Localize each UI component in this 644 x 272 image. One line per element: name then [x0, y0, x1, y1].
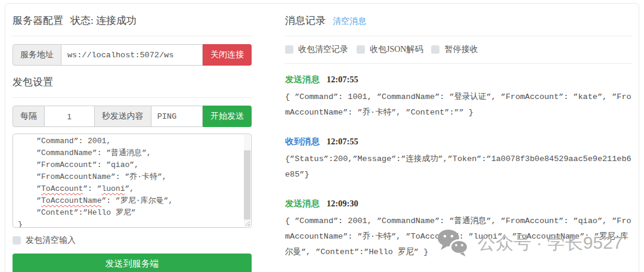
option-json-decode: 收包JSON解码: [357, 44, 423, 55]
clear-on-receive-label: 收包清空记录: [298, 44, 348, 55]
server-config-header: 服务器配置 状态: 连接成功: [13, 14, 252, 27]
interval-label: 每隔: [13, 106, 45, 127]
packet-textarea-content: ”Command”: 2001, ”CommandName”: ”普通消息”, …: [18, 135, 245, 228]
interval-unit-label: 秒发送内容: [95, 106, 151, 127]
message-log-title: 消息记录: [285, 14, 326, 27]
json-decode-checkbox[interactable]: [357, 45, 365, 54]
clear-on-receive-checkbox[interactable]: [285, 45, 293, 54]
message-body: { ”Command”: 1001, ”CommandName”: ”登录认证”…: [285, 89, 631, 120]
clear-input-option: 发包清空输入: [13, 235, 252, 246]
connection-status-text: 状态: 连接成功: [70, 14, 137, 27]
message-time: 12:07:55: [327, 137, 358, 146]
message-body: {”Status”:200,”Message”:”连接成功”,”Token”:”…: [285, 152, 631, 183]
divider: [13, 36, 252, 36]
clear-input-label: 发包清空输入: [26, 235, 76, 246]
json-decode-label: 收包JSON解码: [370, 44, 423, 55]
message-type-label: 发送消息: [285, 199, 320, 208]
message-time: 12:07:55: [327, 75, 358, 84]
message-log-header: 消息记录 清空消息: [285, 14, 631, 27]
interval-input[interactable]: [45, 106, 95, 127]
disconnect-button[interactable]: 关闭连接: [203, 44, 252, 66]
message-type-label: 发送消息: [285, 75, 320, 84]
start-send-button[interactable]: 开始发送: [203, 106, 252, 127]
auto-send-group: 每隔 秒发送内容 开始发送: [13, 106, 252, 127]
server-address-group: 服务地址 关闭连接: [13, 44, 252, 66]
pause-receive-checkbox[interactable]: [431, 45, 439, 54]
watermark: 公众号 · 学长9527: [436, 228, 623, 257]
clear-input-checkbox[interactable]: [13, 236, 21, 245]
pause-receive-label: 暂停接收: [444, 44, 478, 55]
textarea-scrollbar-thumb[interactable]: [244, 150, 250, 220]
server-address-label: 服务地址: [13, 44, 61, 66]
server-address-input[interactable]: [61, 44, 203, 66]
server-config-title: 服务器配置: [13, 14, 63, 27]
wechat-icon: [436, 228, 470, 257]
packet-settings-title: 发包设置: [13, 75, 252, 89]
textarea-scrollbar[interactable]: [244, 135, 250, 227]
message-item: 收到消息 12:07:55 {”Status”:200,”Message”:”连…: [285, 136, 631, 183]
message-type-label: 收到消息: [285, 137, 320, 146]
option-clear-on-receive: 收包清空记录: [285, 44, 348, 55]
divider: [285, 63, 631, 64]
server-config-column: 服务器配置 状态: 连接成功 服务地址 关闭连接 发包设置 每隔 秒发送内容 开…: [13, 11, 252, 272]
message-time: 12:09:30: [327, 199, 358, 208]
divider: [285, 36, 631, 36]
watermark-text: 公众号 · 学长9527: [478, 231, 623, 255]
packet-textarea[interactable]: ”Command”: 2001, ”CommandName”: ”普通消息”, …: [13, 134, 252, 228]
option-pause-receive: 暂停接收: [431, 44, 478, 55]
receive-options-row: 收包清空记录 收包JSON解码 暂停接收: [285, 44, 631, 55]
send-to-server-button[interactable]: 发送到服务端: [13, 254, 252, 272]
auto-send-content-input[interactable]: [151, 106, 203, 127]
divider: [13, 97, 252, 98]
message-item: 发送消息 12:07:55 { ”Command”: 1001, ”Comman…: [285, 74, 631, 120]
clear-messages-link[interactable]: 清空消息: [333, 16, 366, 27]
